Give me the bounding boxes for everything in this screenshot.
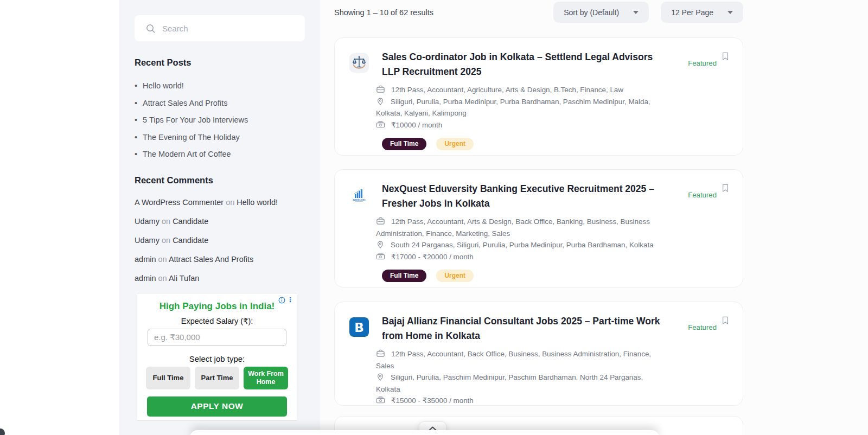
sort-by-select[interactable]: Sort by (Default) [553, 2, 649, 23]
company-logo-bajaj-allianz: B [349, 317, 369, 337]
search-box [135, 15, 305, 41]
job-categories: 12th Pass, Accountant, Arts & Design, Ba… [376, 218, 650, 238]
recent-posts-list: •Hello world! •Attract Sales And Profits… [135, 82, 305, 159]
job-locations-row: Siliguri, Purulia, Paschim Medinipur, Pa… [376, 372, 666, 395]
list-item: •Hello world! [135, 82, 305, 91]
comment-on: on [156, 255, 169, 264]
svg-text:BANKING JOBS: BANKING JOBS [353, 199, 365, 201]
recent-posts-title: Recent Posts [135, 57, 305, 68]
location-pin-icon [376, 373, 385, 381]
job-card[interactable]: BANKING JOBS NexQuest Eduversity Banking… [334, 169, 743, 287]
location-pin-icon [376, 97, 385, 106]
comment-author[interactable]: admin [135, 274, 156, 283]
comment-post-link[interactable]: Candidate [173, 217, 208, 226]
job-categories: 12th Pass, Accountant, Agriculture, Arts… [391, 86, 623, 94]
job-board-page: Recent Posts •Hello world! •Attract Sale… [0, 0, 868, 435]
job-title-link[interactable]: Sales Co-ordinator Job in Kolkata – Sett… [382, 50, 663, 79]
briefcase-icon [376, 85, 385, 94]
comment-post-link[interactable]: Attract Sales And Profits [169, 255, 253, 264]
bottom-sticky-bar[interactable] [190, 430, 659, 435]
ad-menu-dots-icon[interactable]: ⋮ [287, 297, 293, 303]
job-salary-row: ₹15000 - ₹35000 / month [376, 395, 666, 406]
chat-widget-edge [0, 428, 5, 435]
job-card[interactable]: Sales Co-ordinator Job in Kolkata – Sett… [334, 37, 743, 156]
job-salary: ₹15000 - ₹35000 / month [391, 396, 474, 405]
job-tags: Full Time Urgent [382, 138, 672, 150]
job-salary-row: ₹10000 / month [376, 119, 666, 131]
bookmark-icon[interactable] [722, 316, 729, 325]
list-item: •Attract Sales And Profits [135, 99, 305, 108]
job-card-content: Sales Co-ordinator Job in Kolkata – Sett… [376, 50, 672, 150]
results-bar: Showing 1 – 10 of 62 results Sort by (De… [334, 2, 743, 23]
recent-post-link[interactable]: 5 Tips For Your Job Interviews [143, 116, 248, 124]
ad-jobtype-label: Select job type: [137, 354, 297, 363]
company-logo-scales-of-justice [349, 53, 369, 73]
ad-info-icon[interactable] [278, 297, 285, 304]
job-type-full-time-button[interactable]: Full Time [146, 367, 190, 389]
comment-author[interactable]: Udamy [135, 236, 159, 245]
cash-icon [376, 120, 385, 129]
bullet: • [135, 81, 137, 90]
comment-author[interactable]: admin [135, 255, 156, 264]
comment-on: on [156, 274, 169, 283]
briefcase-icon [376, 216, 385, 226]
job-locations-row: Siliguri, Purulia, Purba Medinipur, Purb… [376, 96, 666, 119]
job-locations: Siliguri, Purulia, Purba Medinipur, Purb… [376, 98, 650, 118]
list-item: •The Modern Art of Coffee [135, 150, 305, 159]
chevron-down-icon [633, 11, 639, 14]
list-item: •The Evening of The Holiday [135, 133, 305, 142]
comment-post-link[interactable]: Candidate [173, 236, 208, 245]
comment-post-link[interactable]: Ali Tufan [169, 274, 199, 283]
bullet: • [135, 133, 137, 142]
per-page-select[interactable]: 12 Per Page [661, 2, 743, 23]
bookmark-icon[interactable] [722, 52, 729, 61]
search-icon [145, 23, 156, 34]
job-salary-row: ₹17000 - ₹20000 / month [376, 251, 666, 263]
featured-badge: Featured [688, 323, 717, 331]
chevron-down-icon [727, 11, 733, 14]
job-categories-row: 12th Pass, Accountant, Arts & Design, Ba… [376, 216, 666, 239]
job-title-link[interactable]: NexQuest Eduversity Banking Executive Re… [382, 182, 663, 211]
recent-comments-list: A WordPress Commenter on Hello world! Ud… [135, 198, 305, 283]
bullet: • [135, 116, 137, 124]
tag-urgent: Urgent [436, 138, 474, 150]
featured-badge: Featured [688, 191, 717, 199]
job-locations-row: South 24 Parganas, Siliguri, Purulia, Pu… [376, 239, 666, 251]
job-type-part-time-button[interactable]: Part Time [195, 367, 239, 389]
comment-item: Udamy on Candidate [135, 217, 305, 226]
comment-post-link[interactable]: Hello world! [237, 198, 278, 207]
comment-item: Udamy on Candidate [135, 236, 305, 245]
comment-on: on [159, 236, 173, 245]
job-type-work-from-home-button[interactable]: Work From Home [244, 367, 288, 389]
recent-post-link[interactable]: The Modern Art of Coffee [143, 150, 231, 158]
job-title-link[interactable]: Bajaj Allianz Financial Consultant Jobs … [382, 314, 663, 343]
recent-post-link[interactable]: The Evening of The Holiday [143, 133, 240, 142]
recent-post-link[interactable]: Attract Sales And Profits [143, 99, 227, 107]
location-pin-icon [376, 240, 385, 249]
bookmark-icon[interactable] [722, 183, 729, 193]
apply-now-button[interactable]: APPLY NOW [147, 396, 287, 417]
ad-controls: ⋮ [278, 297, 293, 304]
tag-full-time: Full Time [382, 138, 426, 150]
sidebar: Recent Posts •Hello world! •Attract Sale… [119, 0, 320, 435]
per-page-label: 12 Per Page [671, 8, 713, 17]
tag-urgent: Urgent [436, 270, 474, 282]
expected-salary-field[interactable] [148, 329, 286, 346]
results-area: Showing 1 – 10 of 62 results Sort by (De… [320, 0, 868, 435]
job-locations: Siliguri, Purulia, Paschim Medinipur, Pa… [376, 373, 643, 393]
search-input[interactable] [162, 24, 292, 33]
job-categories: 12th Pass, Accountant, Back Office, Busi… [376, 350, 651, 370]
job-card-content: NexQuest Eduversity Banking Executive Re… [376, 182, 672, 282]
comment-on: on [159, 217, 173, 226]
recent-post-link[interactable]: Hello world! [143, 81, 184, 90]
comment-item: A WordPress Commenter on Hello world! [135, 198, 305, 207]
comment-author[interactable]: A WordPress Commenter [135, 198, 224, 207]
job-card[interactable]: B Bajaj Allianz Financial Consultant Job… [334, 302, 743, 406]
comment-author[interactable]: Udamy [135, 217, 159, 226]
job-salary: ₹17000 - ₹20000 / month [391, 253, 474, 261]
job-card-content: Bajaj Allianz Financial Consultant Jobs … [376, 314, 672, 406]
featured-badge: Featured [688, 59, 717, 67]
ad-title: High Paying Jobs in India! [137, 301, 297, 312]
recent-comments-title: Recent Comments [135, 175, 305, 185]
comment-item: admin on Ali Tufan [135, 274, 305, 283]
